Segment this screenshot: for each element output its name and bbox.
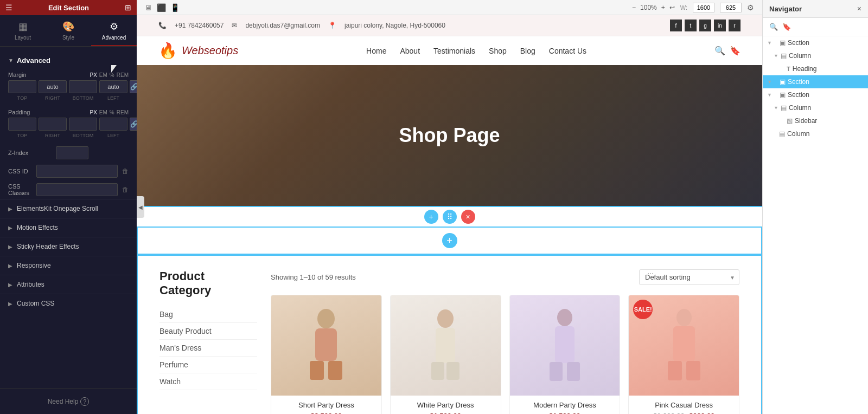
product-card-4[interactable]: SALE! Pink Casual Dress xyxy=(628,295,739,414)
undo-icon[interactable]: ↩ xyxy=(669,4,675,11)
padding-top-input[interactable] xyxy=(8,118,36,131)
grid-icon[interactable]: ⊞ xyxy=(125,3,131,12)
tree-column-2[interactable]: ▼ ▤ Column xyxy=(763,101,868,114)
drag-section-toolbar-btn[interactable]: ⠿ xyxy=(443,210,457,224)
add-column-btn[interactable]: + xyxy=(442,233,457,248)
product-card-1[interactable]: Short Party Dress $2,500.00 xyxy=(271,295,382,414)
motion-effects-row[interactable]: ▶ Motion Effects xyxy=(0,218,137,237)
product-name-3: Modern Party Dress xyxy=(515,401,615,409)
sticky-header-row[interactable]: ▶ Sticky Header Effects xyxy=(0,237,137,256)
unit-em[interactable]: EM xyxy=(99,72,107,78)
close-section-toolbar-btn[interactable]: × xyxy=(461,210,475,224)
social-facebook[interactable]: f xyxy=(670,20,682,31)
more-options[interactable]: ··· xyxy=(647,269,654,277)
nav-home[interactable]: Home xyxy=(366,47,386,55)
padding-unit-percent[interactable]: % xyxy=(110,109,114,115)
tree-section-3[interactable]: ▼ ▣ Section xyxy=(763,88,868,101)
category-beauty[interactable]: Beauty Product xyxy=(159,323,257,340)
navigator-search-icon[interactable]: 🔍 xyxy=(769,23,778,31)
css-id-row: CSS ID 🗑 xyxy=(0,162,137,180)
add-section-toolbar-btn[interactable]: + xyxy=(424,210,438,224)
padding-unit-rem[interactable]: REM xyxy=(117,109,129,115)
padding-left-input[interactable] xyxy=(99,118,127,131)
custom-css-row[interactable]: ▶ Custom CSS xyxy=(0,294,137,313)
section-icon-2: ▣ xyxy=(780,78,786,86)
settings-icon[interactable]: ⚙ xyxy=(747,3,754,12)
layout-icon: ▦ xyxy=(18,21,28,33)
margin-link-icon[interactable]: 🔗 xyxy=(130,80,137,93)
mobile-icon[interactable]: 📱 xyxy=(170,3,180,12)
css-classes-delete-icon[interactable]: 🗑 xyxy=(122,186,129,193)
svg-rect-1 xyxy=(315,328,337,361)
padding-right-input[interactable] xyxy=(39,118,67,131)
section-toolbar: + ⠿ × xyxy=(137,206,762,227)
zoom-minus[interactable]: − xyxy=(632,4,636,11)
product-card-2[interactable]: White Party Dress $1,500.00 xyxy=(390,295,501,414)
z-index-input[interactable] xyxy=(56,146,88,159)
css-id-input[interactable] xyxy=(36,165,118,178)
css-classes-input[interactable] xyxy=(36,183,118,196)
search-nav-icon[interactable]: 🔍 xyxy=(714,46,725,56)
padding-bottom-input[interactable] xyxy=(69,118,97,131)
social-rss[interactable]: r xyxy=(729,20,741,31)
social-linkedin[interactable]: in xyxy=(714,20,726,31)
nav-testimonials[interactable]: Testimonials xyxy=(433,47,475,55)
margin-right-input[interactable] xyxy=(39,80,67,93)
margin-group: Margin PX EM % REM 🔗 TOP RIGHT BOTTOM xyxy=(0,69,137,106)
sort-select[interactable]: Default sorting Sort by popularity Sort … xyxy=(639,269,739,285)
product-grid: Short Party Dress $2,500.00 xyxy=(271,295,739,414)
shop-sidebar: Product Category Bag Beauty Product Man'… xyxy=(159,269,257,414)
navigator-close-icon[interactable]: × xyxy=(857,4,861,13)
tab-advanced[interactable]: ⚙ Advanced xyxy=(91,15,137,46)
bookmark-nav-icon[interactable]: 🔖 xyxy=(730,46,741,56)
navigator-bookmark-icon[interactable]: 🔖 xyxy=(782,23,791,31)
tree-section-2[interactable]: ▼ ▣ Section xyxy=(763,75,868,88)
product-category-title: Product Category xyxy=(159,269,257,298)
height-input[interactable] xyxy=(720,3,742,12)
tree-heading-1[interactable]: T Heading xyxy=(763,62,868,75)
tablet-icon[interactable]: ⬛ xyxy=(157,3,166,12)
padding-link-icon[interactable]: 🔗 xyxy=(130,118,137,131)
desktop-icon[interactable]: 🖥 xyxy=(145,3,152,12)
tree-column-1[interactable]: ▼ ▤ Column xyxy=(763,49,868,62)
tab-style[interactable]: 🎨 Style xyxy=(46,15,91,46)
social-twitter[interactable]: t xyxy=(685,20,697,31)
category-watch[interactable]: Watch xyxy=(159,373,257,390)
need-help[interactable]: Need Help ? xyxy=(0,389,137,414)
tree-sidebar-1[interactable]: ▧ Sidebar xyxy=(763,114,868,127)
svg-point-4 xyxy=(437,309,454,328)
padding-unit-px[interactable]: PX xyxy=(90,109,97,115)
panel-collapse-handle[interactable]: ◀ xyxy=(137,196,144,218)
padding-unit-em[interactable]: EM xyxy=(99,109,107,115)
tree-section-1[interactable]: ▼ ▣ Section xyxy=(763,36,868,49)
product-card-3[interactable]: Modern Party Dress $1,500.00 xyxy=(509,295,621,414)
tab-layout[interactable]: ▦ Layout xyxy=(0,15,46,46)
elementskit-row[interactable]: ▶ ElementsKit Onepage Scroll xyxy=(0,199,137,218)
tree-column-3[interactable]: ▤ Column xyxy=(763,127,868,140)
attributes-row[interactable]: ▶ Attributes xyxy=(0,275,137,294)
empty-section[interactable]: + xyxy=(137,227,762,255)
margin-left-input[interactable] xyxy=(99,80,127,93)
width-input[interactable] xyxy=(693,3,714,12)
category-mans-dress[interactable]: Man's Dress xyxy=(159,340,257,357)
nav-blog[interactable]: Blog xyxy=(520,47,535,55)
css-id-delete-icon[interactable]: 🗑 xyxy=(122,167,129,175)
navigator-tree: ▼ ▣ Section ▼ ▤ Column T Heading ▼ ▣ Sec… xyxy=(763,36,868,140)
zoom-plus[interactable]: + xyxy=(661,4,665,11)
margin-top-input[interactable] xyxy=(8,80,36,93)
hamburger-icon[interactable]: ☰ xyxy=(5,3,12,12)
unit-rem[interactable]: REM xyxy=(117,72,129,78)
category-bag[interactable]: Bag xyxy=(159,306,257,323)
nav-contact[interactable]: Contact Us xyxy=(549,47,586,55)
margin-inputs: 🔗 xyxy=(8,80,129,93)
unit-px[interactable]: PX xyxy=(90,72,97,78)
nav-about[interactable]: About xyxy=(400,47,420,55)
unit-percent[interactable]: % xyxy=(110,72,114,78)
responsive-row[interactable]: ▶ Responsive xyxy=(0,256,137,275)
social-googleplus[interactable]: g xyxy=(699,20,711,31)
hero-title: Shop Page xyxy=(399,124,500,147)
margin-bottom-input[interactable] xyxy=(69,80,97,93)
nav-shop[interactable]: Shop xyxy=(489,47,507,55)
sort-wrapper: Default sorting Sort by popularity Sort … xyxy=(639,269,739,285)
category-perfume[interactable]: Perfume xyxy=(159,357,257,373)
